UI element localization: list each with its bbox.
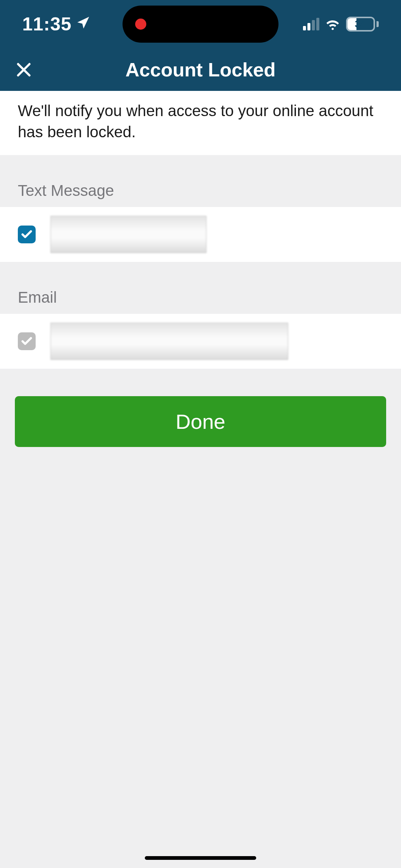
email-value-redacted xyxy=(50,323,288,360)
close-button[interactable] xyxy=(13,59,35,81)
battery-percent: 34 xyxy=(355,18,366,30)
description-text: We'll notify you when access to your onl… xyxy=(0,91,401,155)
recording-indicator-icon xyxy=(135,19,146,30)
wifi-icon xyxy=(325,15,341,33)
cellular-signal-icon xyxy=(303,18,319,30)
option-row-email[interactable] xyxy=(0,314,401,369)
top-region: 11:35 34 xyxy=(0,0,401,91)
text-message-value-redacted xyxy=(50,216,206,253)
check-icon xyxy=(20,335,33,348)
page-title: Account Locked xyxy=(125,59,276,81)
battery-icon: 34 xyxy=(346,17,379,32)
home-indicator[interactable] xyxy=(145,856,256,860)
status-bar: 11:35 34 xyxy=(0,0,401,48)
option-row-text-message[interactable] xyxy=(0,207,401,262)
status-right: 34 xyxy=(303,15,379,33)
status-time: 11:35 xyxy=(22,13,72,35)
done-button[interactable]: Done xyxy=(15,396,386,447)
dynamic-island xyxy=(123,6,278,43)
section-label-email: Email xyxy=(0,262,401,314)
status-left: 11:35 xyxy=(22,13,91,35)
checkbox-email[interactable] xyxy=(18,332,36,350)
section-label-text-message: Text Message xyxy=(0,155,401,207)
location-icon xyxy=(76,13,91,35)
nav-bar: Account Locked xyxy=(0,48,401,91)
check-icon xyxy=(20,228,33,241)
checkbox-text-message[interactable] xyxy=(18,226,36,243)
close-icon xyxy=(15,61,32,78)
